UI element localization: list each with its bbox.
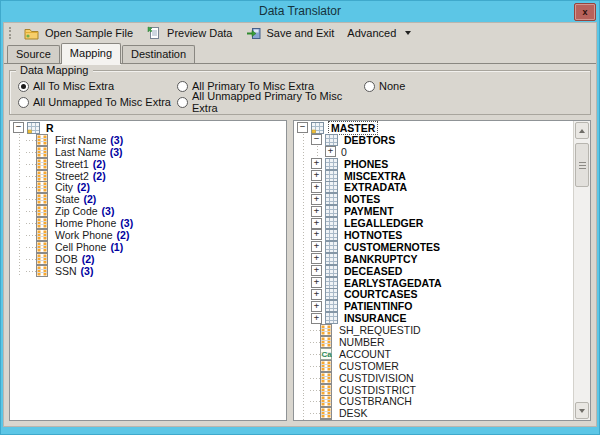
tree-node-work-phone[interactable]: Work Phone(2) [12,229,286,241]
radio-all-unmapped-to-misc-extra[interactable]: All Unmapped To Misc Extra [18,96,177,108]
tree-node-zip-code[interactable]: Zip Code(3) [12,205,286,217]
tree-node-sh-requestid[interactable]: SH_REQUESTID [296,324,573,336]
mapping-count-badge: (2) [77,181,90,193]
table-icon [325,205,338,217]
tree-node-master[interactable]: −MASTER [296,122,573,134]
tab-mapping[interactable]: Mapping [61,43,121,64]
tree-node-desk[interactable]: DESK [296,407,573,419]
tree-node-ssn[interactable]: SSN(3) [12,265,286,277]
radio-all-to-misc-extra[interactable]: All To Misc Extra [18,80,177,92]
tree-node-bankruptcy[interactable]: +BANKRUPTCY [296,253,573,265]
tree-node-patientinfo[interactable]: +PATIENTINFO [296,300,573,312]
tree-indent-line [296,134,310,146]
field-icon [36,170,49,182]
table-icon [325,170,338,182]
tree-node-label: NUMBER [337,336,387,348]
tab-destination[interactable]: Destination [122,45,195,63]
tree-node-city[interactable]: City(2) [12,181,286,193]
toolbar-button-open-sample-file[interactable]: Open Sample File [20,25,140,41]
tree-node-extradata[interactable]: +EXTRADATA [296,181,573,193]
tree-node-payment[interactable]: +PAYMENT [296,205,573,217]
tree-node-insurance[interactable]: +INSURANCE [296,312,573,324]
tree-node-state[interactable]: State(2) [12,193,286,205]
tree-node-custbranch[interactable]: CUSTBRANCH [296,395,573,407]
toolbar-button-advanced[interactable]: Advanced [343,26,418,40]
expand-icon[interactable]: + [311,229,322,240]
expand-icon[interactable]: + [311,170,322,181]
tree-node-custdivision[interactable]: CUSTDIVISION [296,372,573,384]
expand-icon[interactable]: + [311,241,322,252]
tree-node-debtors[interactable]: −DEBTORS [296,134,573,146]
field-icon [36,181,49,193]
table-icon [325,312,338,324]
tree-node-0[interactable]: +0 [296,146,573,158]
source-fields-tree[interactable]: −RFirst Name(3)Last Name(3)Street1(2)Str… [9,120,287,421]
tree-node-label: INSURANCE [342,312,408,324]
scroll-down-button[interactable] [575,402,589,419]
tab-source[interactable]: Source [7,45,60,63]
window-body: Open Sample FilePreview DataSave and Exi… [3,22,597,427]
tree-node-miscextra[interactable]: +MISCEXTRA [296,170,573,182]
toolbar-button-save-and-exit[interactable]: Save and Exit [241,25,341,41]
collapse-icon[interactable]: − [13,122,24,133]
expand-icon[interactable]: + [311,313,322,324]
radio-button-icon [364,81,375,92]
expand-icon[interactable]: + [311,158,322,169]
tree-node-dob[interactable]: DOB(2) [12,253,286,265]
tree-indent-line [296,288,310,300]
expand-icon[interactable]: + [311,301,322,312]
expand-icon[interactable]: + [325,146,336,157]
tree-node-customernotes[interactable]: +CUSTOMERNOTES [296,241,573,253]
tree-node-first-name[interactable]: First Name(3) [12,134,286,146]
tree-indent-line [296,360,310,372]
tree-node-number[interactable]: NUMBER [296,336,573,348]
dropdown-arrow-icon [405,31,411,35]
expand-icon[interactable]: + [311,182,322,193]
tree-connector-line [310,372,320,384]
tree-node-customer[interactable]: CUSTOMER [296,360,573,372]
tree-node-last-name[interactable]: Last Name(3) [12,146,286,158]
radio-all-unmapped-primary-to-misc-extra[interactable]: All Unmapped Primary To Misc Extra [177,90,364,114]
mapping-panes: −RFirst Name(3)Last Name(3)Street1(2)Str… [9,120,591,421]
tree-node-earlystagedata[interactable]: +EARLYSTAGEDATA [296,277,573,289]
expand-icon[interactable]: + [311,194,322,205]
tree-node-desk1[interactable]: DESK1 [296,419,573,421]
tree-indent-line [296,384,310,396]
close-button[interactable]: x [574,3,596,21]
expand-icon[interactable]: + [311,253,322,264]
tree-node-phones[interactable]: +PHONES [296,158,573,170]
tree-node-street2[interactable]: Street2(2) [12,170,286,182]
tree-connector-line [310,324,320,336]
destination-schema-tree[interactable]: −MASTER−DEBTORS+0+PHONES+MISCEXTRA+EXTRA… [293,120,591,421]
expand-icon[interactable]: + [311,277,322,288]
tree-node-account[interactable]: CaACCOUNT [296,348,573,360]
tree-node-custdistrict[interactable]: CUSTDISTRICT [296,384,573,396]
toolbar-button-preview-data[interactable]: Preview Data [142,25,239,41]
tree-indent-line [12,265,26,277]
tree-node-deceased[interactable]: +DECEASED [296,265,573,277]
table-icon [325,253,338,265]
tree-node-street1[interactable]: Street1(2) [12,158,286,170]
expand-icon[interactable]: + [311,218,322,229]
tree-node-home-phone[interactable]: Home Phone(3) [12,217,286,229]
tree-node-label: Cell Phone [53,241,108,253]
scroll-up-button[interactable] [575,122,589,139]
tree-indent-line [296,407,310,419]
tree-node-hotnotes[interactable]: +HOTNOTES [296,229,573,241]
collapse-icon[interactable]: − [311,134,322,145]
scrollbar-thumb[interactable] [575,143,589,187]
expand-icon[interactable]: + [311,265,322,276]
radio-button-icon [18,81,29,92]
tree-node-cell-phone[interactable]: Cell Phone(1) [12,241,286,253]
tree-node-label: BANKRUPTCY [342,253,420,265]
expand-icon[interactable]: + [311,289,322,300]
tree-node-legalledger[interactable]: +LEGALLEDGER [296,217,573,229]
tree-node-label: EARLYSTAGEDATA [342,277,444,289]
expand-icon[interactable]: + [311,206,322,217]
collapse-icon[interactable]: − [297,122,308,133]
vertical-scrollbar[interactable] [573,121,590,420]
radio-none[interactable]: None [364,80,405,92]
tree-node-r[interactable]: −R [12,122,286,134]
tree-node-notes[interactable]: +NOTES [296,193,573,205]
tree-node-courtcases[interactable]: +COURTCASES [296,288,573,300]
